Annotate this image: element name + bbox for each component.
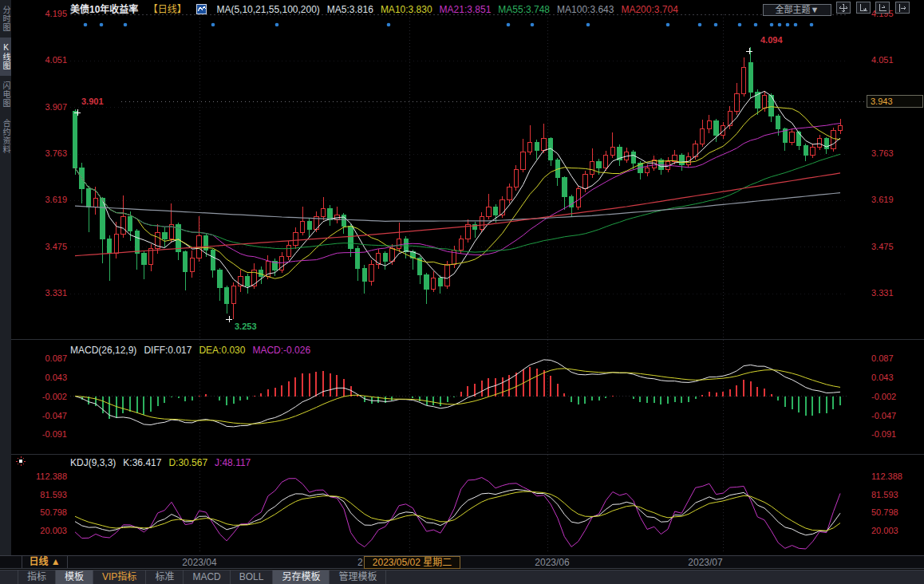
- kdj-header: KDJ(9,3,3)K:36.417D:30.567J:48.117: [70, 457, 258, 468]
- kdj-value: D:30.567: [168, 457, 207, 468]
- period-tag: 【日线】: [148, 4, 187, 15]
- last-price-box: 3.943: [867, 95, 923, 108]
- ma-legend: MA(5,10,21,55,100,200)MA5:3.816MA10:3.83…: [216, 4, 685, 15]
- bottom-tab[interactable]: 管理模板: [330, 570, 386, 584]
- ma-value: MA55:3.748: [498, 4, 550, 15]
- pan-right-icon[interactable]: [895, 2, 910, 14]
- date-axis-bar: 日线 ▲ 2 2023/05/02 星期二 2023/042023/062023…: [0, 555, 924, 569]
- header-controls: 全部主题▼: [763, 2, 910, 16]
- ma-value: MA21:3.851: [440, 4, 492, 15]
- scale-right-icon[interactable]: [875, 2, 890, 14]
- macd-value: DIFF:0.017: [144, 345, 192, 356]
- all-themes-dropdown[interactable]: 全部主题▼: [763, 4, 831, 16]
- kdj-value: K:36.417: [123, 457, 161, 468]
- chart-header: 美债10年收益率 【日线】 MA(5,10,21,55,100,200)MA5:…: [70, 2, 693, 14]
- scale-left-icon[interactable]: [856, 2, 871, 14]
- pan-tool-icon[interactable]: [836, 2, 851, 14]
- chart-line-icon: [196, 4, 207, 17]
- page-title: 美债10年收益率: [70, 4, 138, 15]
- ma-value: MA200:3.704: [621, 4, 677, 15]
- kdj-value: KDJ(9,3,3): [70, 457, 116, 468]
- bottom-tab[interactable]: 标准: [146, 570, 184, 584]
- macd-header: MACD(26,12,9)DIFF:0.017DEA:0.030MACD:-0.…: [70, 345, 318, 356]
- ma-value: MA10:3.830: [381, 4, 432, 15]
- bottom-tab[interactable]: MACD: [184, 570, 230, 584]
- bottom-tab[interactable]: 模板: [56, 570, 93, 584]
- kline-app-window: 分时图K线图闪电图合约资料 美债10年收益率 【日线】 MA(5,10,21,5…: [0, 0, 924, 584]
- macd-value: MACD(26,12,9): [70, 345, 136, 356]
- bottom-tab[interactable]: 另存模板: [273, 570, 330, 584]
- macd-value: DEA:0.030: [199, 345, 245, 356]
- kdj-value: J:48.117: [215, 457, 251, 468]
- bottom-tab-bar: 指标模板VIP指标标准MACDBOLL另存模板管理模板: [0, 570, 924, 584]
- covered-date-label: 2: [357, 557, 363, 568]
- bottom-tab[interactable]: BOLL: [231, 570, 274, 584]
- kdj-settings-icon[interactable]: [15, 456, 26, 470]
- chart-canvas[interactable]: [0, 0, 924, 555]
- bottom-tab[interactable]: VIP指标: [93, 570, 146, 584]
- ma-value: MA5:3.816: [327, 4, 373, 15]
- macd-value: MACD:-0.026: [252, 345, 310, 356]
- date-tooltip: 2023/05/02 星期二: [364, 556, 460, 569]
- date-axis-label: 2023/07: [688, 557, 722, 568]
- period-selector[interactable]: 日线 ▲: [22, 556, 68, 569]
- ma-value: MA(5,10,21,55,100,200): [216, 4, 319, 15]
- date-axis-label: 2023/04: [182, 557, 216, 568]
- date-axis-label: 2023/06: [535, 557, 569, 568]
- ma-value: MA100:3.643: [557, 4, 614, 15]
- bottom-tab[interactable]: 指标: [18, 570, 56, 584]
